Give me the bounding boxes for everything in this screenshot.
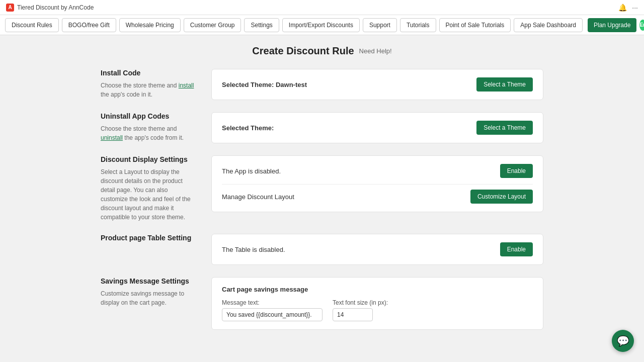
- table-status-row: The Table is disabled. Enable: [222, 242, 533, 256]
- install-theme-row: Selected Theme: Dawn-test Select a Theme: [222, 77, 533, 92]
- cart-page-label: Cart page savings message: [222, 286, 533, 293]
- main-content: Create Discount Rule Need Help! Install …: [0, 35, 644, 362]
- savings-message-desc: Customize savings message to display on …: [101, 289, 196, 307]
- bell-icon[interactable]: 🔔: [618, 4, 627, 12]
- uninstall-code-panel: Selected Theme: Select a Theme: [211, 112, 543, 143]
- nav-bar: Discount Rules BOGO/free Gift Wholesale …: [0, 15, 644, 35]
- page-header: Create Discount Rule Need Help!: [101, 45, 543, 57]
- nav-support[interactable]: Support: [363, 18, 397, 32]
- uninstall-code-title: Uninstall App Codes: [101, 112, 196, 120]
- message-text-input[interactable]: [222, 308, 323, 321]
- title-bar-title: Tiered Discount by AnnCode: [17, 4, 94, 11]
- discount-display-left: Discount Display Settings Select a Layou…: [101, 155, 196, 222]
- nav-app-sale-dashboard[interactable]: App Sale Dashboard: [514, 18, 583, 32]
- uninstall-code-desc: Choose the store theme and uninstall the…: [101, 124, 196, 142]
- savings-fields: Message text: Text font size (in px):: [222, 299, 533, 321]
- title-bar-right: 🔔 ···: [618, 4, 638, 12]
- uninstall-code-section: Uninstall App Codes Choose the store the…: [101, 112, 543, 143]
- install-code-section: Install Code Choose the store theme and …: [101, 69, 543, 100]
- savings-message-title: Savings Message Settings: [101, 277, 196, 285]
- uninstall-code-left: Uninstall App Codes Choose the store the…: [101, 112, 196, 142]
- install-code-title: Install Code: [101, 69, 196, 77]
- lang-badge[interactable]: En: [639, 20, 644, 31]
- uninstall-theme-row: Selected Theme: Select a Theme: [222, 121, 533, 135]
- savings-message-left: Savings Message Settings Customize savin…: [101, 277, 196, 307]
- savings-message-panel: Cart page savings message Message text: …: [211, 277, 543, 330]
- install-code-panel: Selected Theme: Dawn-test Select a Theme: [211, 69, 543, 100]
- table-enable-button[interactable]: Enable: [500, 242, 533, 256]
- nav-discount-rules[interactable]: Discount Rules: [5, 18, 59, 32]
- nav-customer-group[interactable]: Customer Group: [184, 18, 242, 32]
- uninstall-theme-label: Selected Theme:: [222, 124, 274, 132]
- savings-message-section: Savings Message Settings Customize savin…: [101, 277, 543, 330]
- chat-bubble-icon: 💬: [617, 335, 629, 347]
- nav-import-export[interactable]: Import/Export Discounts: [282, 18, 360, 32]
- app-status-text: The App is disabled.: [222, 167, 281, 175]
- customize-layout-button[interactable]: Customize Layout: [470, 190, 533, 204]
- discount-display-desc: Select a Layout to display the discount …: [101, 167, 196, 222]
- manage-layout-label: Manage Discount Layout: [222, 193, 294, 201]
- product-table-panel: The Table is disabled. Enable: [211, 234, 543, 265]
- nav-settings[interactable]: Settings: [244, 18, 279, 32]
- app-icon: A: [6, 4, 14, 12]
- install-select-theme-button[interactable]: Select a Theme: [476, 77, 533, 92]
- product-table-left: Product page Table Setting: [101, 234, 196, 246]
- page-title: Create Discount Rule: [252, 45, 354, 57]
- divider: [222, 184, 533, 185]
- message-text-group: Message text:: [222, 299, 323, 321]
- install-code-left: Install Code Choose the store theme and …: [101, 69, 196, 99]
- app-enable-button[interactable]: Enable: [500, 164, 533, 178]
- install-link[interactable]: install: [179, 82, 194, 89]
- more-icon[interactable]: ···: [632, 4, 638, 12]
- discount-display-title: Discount Display Settings: [101, 155, 196, 163]
- product-table-section: Product page Table Setting The Table is …: [101, 234, 543, 265]
- font-size-group: Text font size (in px):: [333, 299, 388, 321]
- message-text-label: Message text:: [222, 299, 323, 306]
- title-bar-left: A Tiered Discount by AnnCode: [6, 4, 94, 12]
- install-code-desc: Choose the store theme and install the a…: [101, 81, 196, 99]
- font-size-input[interactable]: [333, 308, 373, 321]
- install-theme-label: Selected Theme: Dawn-test: [222, 81, 307, 88]
- nav-tutorials[interactable]: Tutorials: [400, 18, 436, 32]
- uninstall-select-theme-button[interactable]: Select a Theme: [476, 121, 533, 135]
- table-status-text: The Table is disabled.: [222, 246, 285, 253]
- nav-wholesale-pricing[interactable]: Wholesale Pricing: [119, 18, 181, 32]
- app-status-row: The App is disabled. Enable: [222, 164, 533, 178]
- title-bar: A Tiered Discount by AnnCode 🔔 ···: [0, 0, 644, 15]
- plan-upgrade-button[interactable]: Plan Upgrade: [588, 18, 636, 32]
- font-size-label: Text font size (in px):: [333, 299, 388, 306]
- need-help-link[interactable]: Need Help!: [359, 47, 392, 55]
- uninstall-link[interactable]: uninstall: [101, 134, 123, 141]
- manage-layout-row: Manage Discount Layout Customize Layout: [222, 190, 533, 204]
- nav-pos-tutorials[interactable]: Point of Sale Tutorials: [439, 18, 511, 32]
- discount-display-panel: The App is disabled. Enable Manage Disco…: [211, 155, 543, 212]
- nav-bogo-free-gift[interactable]: BOGO/free Gift: [62, 18, 116, 32]
- product-table-title: Product page Table Setting: [101, 234, 196, 242]
- chat-bubble-button[interactable]: 💬: [612, 330, 634, 352]
- discount-display-section: Discount Display Settings Select a Layou…: [101, 155, 543, 222]
